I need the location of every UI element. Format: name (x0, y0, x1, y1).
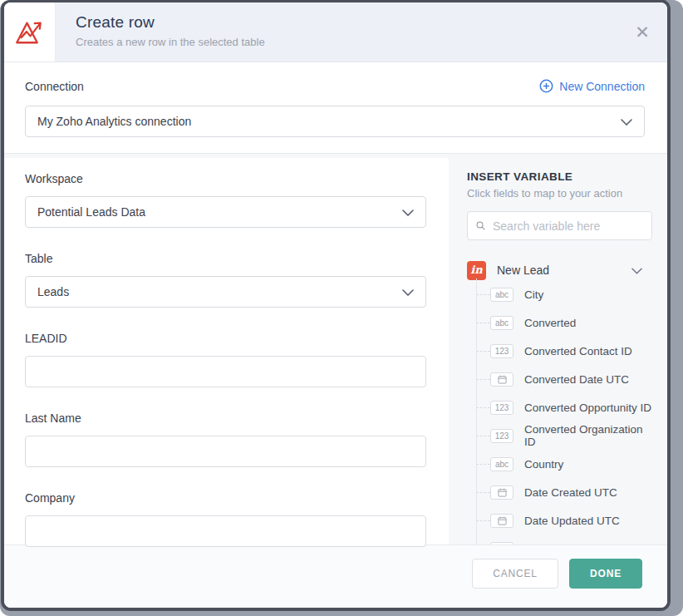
variable-search (467, 211, 652, 240)
number-type-badge: 123 (490, 401, 513, 415)
dialog-subtitle: Creates a new row in the selected table (76, 36, 265, 48)
connection-select[interactable]: My Zoho Analytics connection (25, 106, 645, 137)
variable-search-input[interactable] (493, 219, 643, 233)
table-field-group: Table Leads (25, 251, 426, 308)
leadid-label: LEADID (25, 332, 67, 345)
variable-field-converted-contact-id[interactable]: 123 Converted Contact ID (467, 337, 652, 365)
calendar-icon (490, 485, 513, 500)
insert-variable-subtitle: Click fields to map to your action (467, 187, 652, 200)
number-type-badge: 123 (490, 344, 513, 358)
variable-field-converted-date-utc[interactable]: Converted Date UTC (467, 365, 652, 393)
variable-field-converted-organization-id[interactable]: 123 Converted Organization ID (467, 421, 652, 450)
dialog-body: Workspace Potential Leads Data Table Lea… (4, 153, 667, 545)
insert-variable-title: INSERT VARIABLE (467, 170, 652, 183)
company-label: Company (25, 491, 75, 505)
company-input[interactable] (25, 515, 426, 547)
variable-field-email[interactable]: abc Email (467, 535, 652, 545)
last-name-input[interactable] (25, 436, 426, 467)
insert-variable-panel: INSERT VARIABLE Click fields to map to y… (449, 154, 667, 545)
last-name-field-group: Last Name (25, 411, 426, 467)
chevron-down-icon (631, 263, 642, 278)
variable-tree-root[interactable]: in New Lead (467, 260, 652, 280)
new-connection-link[interactable]: New Connection (539, 79, 645, 93)
zoho-analytics-logo (4, 2, 56, 62)
linkedin-icon: in (467, 261, 486, 280)
variable-field-date-updated-utc[interactable]: Date Updated UTC (467, 506, 652, 535)
table-label: Table (25, 252, 52, 265)
done-button[interactable]: DONE (569, 559, 642, 589)
chevron-down-icon (402, 285, 414, 298)
table-select-value: Leads (37, 285, 69, 298)
dialog-footer: CANCEL DONE (4, 545, 667, 608)
workspace-select-value: Potential Leads Data (37, 205, 145, 219)
variable-tree-items: abc City abc Converted 123 Converted Con… (467, 280, 652, 545)
connection-label: Connection (25, 80, 84, 93)
new-connection-label: New Connection (559, 80, 645, 93)
cancel-button[interactable]: CANCEL (472, 559, 558, 589)
chevron-down-icon (621, 115, 632, 128)
plus-circle-icon (539, 79, 553, 93)
text-type-badge: abc (490, 316, 513, 330)
variable-field-country[interactable]: abc Country (467, 450, 652, 478)
variable-field-converted[interactable]: abc Converted (467, 308, 652, 337)
text-type-badge: abc (490, 288, 513, 302)
last-name-label: Last Name (25, 411, 81, 425)
workspace-label: Workspace (25, 172, 83, 185)
create-row-dialog: Create row Creates a new row in the sele… (4, 2, 667, 608)
zoho-analytics-logo-glyph (12, 15, 47, 50)
leadid-field-group: LEADID (25, 331, 426, 387)
close-icon[interactable]: ✕ (617, 2, 667, 62)
search-icon (476, 219, 485, 232)
connection-select-value: My Zoho Analytics connection (37, 115, 191, 128)
calendar-icon (490, 514, 513, 528)
connection-section: Connection New Connection My Zoho Analyt… (4, 62, 667, 153)
text-type-badge: abc (490, 542, 513, 545)
company-field-group: Company (25, 490, 426, 547)
chevron-down-icon (402, 205, 414, 219)
table-select[interactable]: Leads (25, 276, 426, 308)
dialog-header: Create row Creates a new row in the sele… (4, 2, 667, 62)
text-type-badge: abc (490, 457, 513, 471)
leadid-input[interactable] (25, 356, 426, 387)
variable-tree-root-label: New Lead (497, 264, 549, 277)
number-type-badge: 123 (490, 429, 513, 443)
action-form-panel: Workspace Potential Leads Data Table Lea… (4, 158, 449, 545)
window-backdrop: Create row Creates a new row in the sele… (0, 0, 683, 616)
workspace-field-group: Workspace Potential Leads Data (25, 171, 426, 228)
variable-field-converted-opportunity-id[interactable]: 123 Converted Opportunity ID (467, 393, 652, 421)
calendar-icon (490, 372, 513, 387)
variable-field-city[interactable]: abc City (467, 280, 652, 308)
workspace-select[interactable]: Potential Leads Data (25, 196, 426, 228)
dialog-header-text: Create row Creates a new row in the sele… (56, 2, 265, 62)
variable-field-date-created-utc[interactable]: Date Created UTC (467, 478, 652, 506)
dialog-title: Create row (76, 13, 265, 32)
